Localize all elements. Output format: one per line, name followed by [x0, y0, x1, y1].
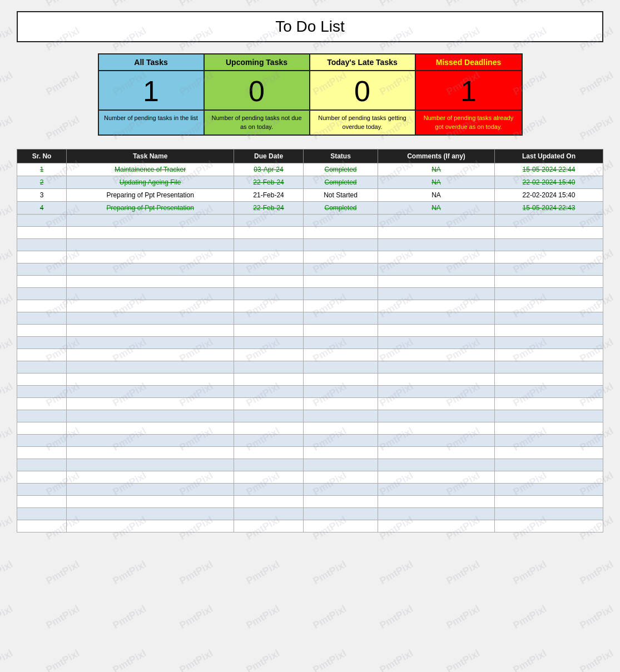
table-cell-empty [234, 238, 304, 251]
column-header: Task Name [67, 149, 234, 163]
table-cell: 21-Feb-24 [234, 188, 304, 201]
table-cell-empty [378, 275, 495, 287]
table-cell-empty [303, 324, 378, 336]
page-container: To Do List All Tasks 1 Number of pending… [0, 0, 620, 544]
column-header: Sr. No [17, 149, 67, 163]
table-row-empty [17, 287, 603, 300]
card-header: Missed Deadlines [416, 54, 522, 71]
table-cell-empty [494, 287, 603, 300]
card-header: All Tasks [99, 54, 204, 71]
table-cell-empty [303, 312, 378, 324]
table-cell-empty [234, 263, 304, 275]
table-cell: 22-02-2024 15:40 [494, 188, 603, 201]
table-cell-empty [67, 520, 234, 532]
table-cell-empty [303, 226, 378, 238]
table-cell: 22-02-2024 15:40 [494, 176, 603, 188]
table-cell-empty [17, 520, 67, 532]
table-cell: 1 [17, 163, 67, 176]
table-cell-empty [494, 483, 603, 495]
column-header: Status [303, 149, 378, 163]
table-cell-empty [234, 324, 304, 336]
table-cell-empty [378, 300, 495, 312]
table-cell-empty [494, 214, 603, 226]
table-cell-empty [67, 495, 234, 507]
table-cell-empty [378, 226, 495, 238]
table-cell-empty [67, 324, 234, 336]
table-cell-empty [67, 287, 234, 300]
table-row-empty [17, 238, 603, 251]
table-cell-empty [17, 385, 67, 397]
table-cell-empty [234, 507, 304, 520]
table-cell-empty [303, 349, 378, 361]
card-desc: Number of pending tasks in the list [99, 111, 204, 126]
table-cell-empty [303, 483, 378, 495]
table-cell-empty [494, 275, 603, 287]
table-cell-empty [67, 361, 234, 373]
table-cell-empty [494, 507, 603, 520]
table-cell-empty [494, 226, 603, 238]
table-row-empty [17, 373, 603, 385]
table-cell-empty [234, 312, 304, 324]
table-row: 4Preparing of Ppt Presentation22-Feb-24C… [17, 201, 603, 214]
table-cell-empty [17, 495, 67, 507]
table-cell-empty [378, 410, 495, 422]
table-cell-empty [234, 300, 304, 312]
table-cell-empty [303, 336, 378, 349]
table-cell-empty [234, 483, 304, 495]
table-cell-empty [378, 495, 495, 507]
table-cell-empty [17, 397, 67, 410]
table-cell-empty [234, 410, 304, 422]
table-row-empty [17, 434, 603, 446]
table-cell-empty [17, 373, 67, 385]
table-cell-empty [303, 422, 378, 434]
table-cell-empty [17, 287, 67, 300]
table-cell: 2 [17, 176, 67, 188]
table-cell-empty [67, 422, 234, 434]
table-cell-empty [17, 410, 67, 422]
table-cell: Completed [303, 201, 378, 214]
table-row-empty [17, 336, 603, 349]
table-cell-empty [234, 495, 304, 507]
table-row-empty [17, 361, 603, 373]
table-cell: Updating Ageing File [67, 176, 234, 188]
table-cell-empty [303, 214, 378, 226]
table-cell-empty [378, 507, 495, 520]
table-row-empty [17, 385, 603, 397]
table-row-empty [17, 459, 603, 471]
table-cell-empty [67, 300, 234, 312]
table-cell-empty [494, 385, 603, 397]
table-row-empty [17, 275, 603, 287]
card-number: 1 [416, 71, 522, 111]
table-cell-empty [378, 361, 495, 373]
table-row-empty [17, 507, 603, 520]
table-cell-empty [494, 312, 603, 324]
summary-card-todays-late-tasks: Today's Late Tasks 0 Number of pending t… [310, 54, 416, 135]
table-cell-empty [234, 349, 304, 361]
table-cell-empty [494, 373, 603, 385]
table-cell-empty [494, 459, 603, 471]
table-cell: NA [378, 176, 495, 188]
table-cell-empty [378, 397, 495, 410]
table-cell-empty [17, 226, 67, 238]
card-number: 1 [99, 71, 204, 111]
table-cell-empty [378, 459, 495, 471]
table-cell-empty [17, 324, 67, 336]
table-cell-empty [17, 349, 67, 361]
table-cell-empty [67, 263, 234, 275]
table-row-empty [17, 483, 603, 495]
table-row: 3Preparing of Ppt Presentation21-Feb-24N… [17, 188, 603, 201]
table-cell-empty [234, 459, 304, 471]
card-header: Today's Late Tasks [310, 54, 415, 71]
table-cell-empty [17, 361, 67, 373]
table-cell-empty [378, 520, 495, 532]
table-cell-empty [303, 263, 378, 275]
table-cell-empty [378, 434, 495, 446]
table-row-empty [17, 214, 603, 226]
table-cell-empty [234, 336, 304, 349]
table-cell-empty [494, 361, 603, 373]
table-cell-empty [303, 471, 378, 483]
table-cell: Completed [303, 163, 378, 176]
table-cell-empty [303, 397, 378, 410]
table-cell-empty [303, 238, 378, 251]
table-cell: Completed [303, 176, 378, 188]
